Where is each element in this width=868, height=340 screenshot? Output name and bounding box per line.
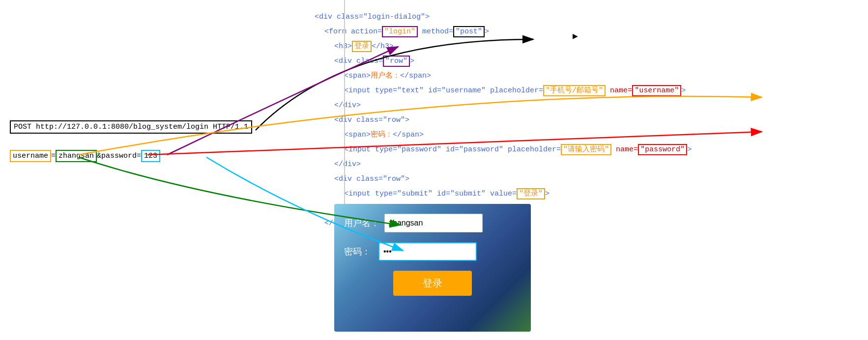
code-line-10: <input type="password" id="password" pla… [344, 142, 692, 157]
code-line-7: </div> [334, 98, 692, 113]
code-line-4: <div class="row"> [334, 54, 692, 69]
code-display: <div class="login-dialog"> <form action=… [315, 10, 692, 231]
password-input[interactable] [378, 242, 477, 261]
code-line-6: <input type="text" id="username" placeho… [344, 84, 692, 98]
code-line-11: </div> [334, 157, 692, 172]
post-label: POST http://127.0.0.1:8080/blog_system/l… [10, 120, 252, 134]
code-line-5: <span>用户名：</span> [344, 69, 692, 84]
password-row: 密码： [344, 242, 521, 261]
code-line-12: <div class="row"> [334, 172, 692, 187]
username-input[interactable] [384, 214, 483, 232]
login-button[interactable]: 登录 [393, 271, 472, 296]
code-line-1: <div class="login-dialog"> [315, 10, 692, 25]
code-line-9: <span>密码：</span> [344, 128, 692, 142]
password-label: 密码： [344, 246, 374, 257]
code-line-3: <h3>登录</h3> [334, 39, 692, 54]
username-label: 用户名： [344, 217, 379, 229]
login-preview: 用户名： 密码： 登录 [334, 204, 531, 332]
divider-line [344, 0, 345, 206]
play-button[interactable]: ▶ [573, 30, 578, 41]
code-line-13: <input type="submit" id="submit" value="… [344, 187, 692, 201]
tag-div: <div class="login-dialog"> [315, 13, 430, 21]
code-line-2: <form action="login" method="post"> [324, 25, 692, 39]
username-row: 用户名： [344, 214, 521, 232]
code-line-8: <div class="row"> [334, 113, 692, 128]
form-data-label: username = zhangsan &password= 123 [10, 150, 160, 162]
